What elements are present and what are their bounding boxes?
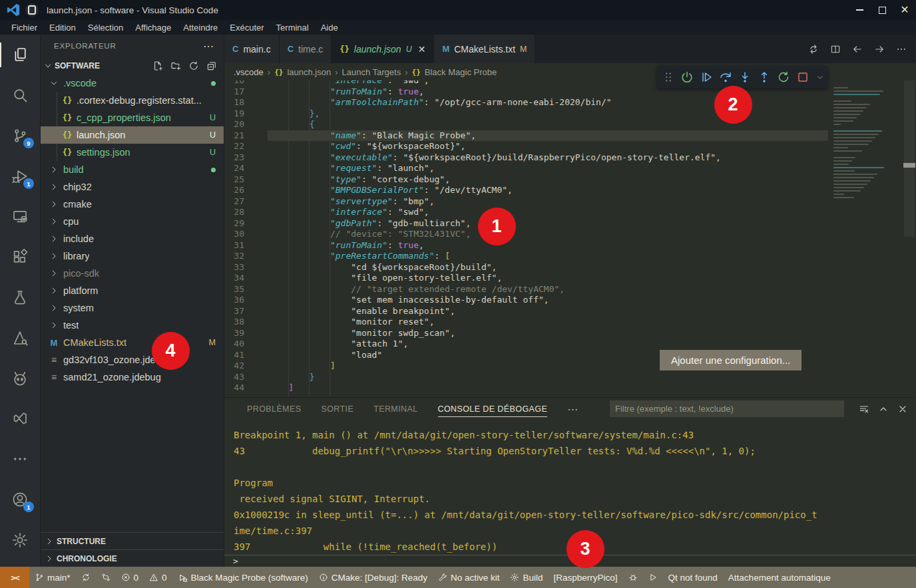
tree-item-include[interactable]: include bbox=[41, 230, 224, 247]
code-line-36[interactable]: 36 "set mem inaccessible-by-default off"… bbox=[224, 295, 916, 306]
activity-cmake-icon[interactable] bbox=[0, 321, 40, 354]
activity-more-icon[interactable] bbox=[0, 443, 40, 476]
code-line-27[interactable]: 27 "servertype": "bmp", bbox=[224, 196, 916, 208]
breadcrumb-item[interactable]: Black Magic Probe bbox=[425, 67, 497, 77]
menu-executer[interactable]: Exécuter bbox=[224, 23, 270, 33]
tree-item-cpu[interactable]: cpu bbox=[41, 213, 224, 230]
tab-main-c[interactable]: Cmain.c bbox=[224, 35, 280, 63]
close-tab-icon[interactable]: ✕ bbox=[418, 44, 426, 55]
power-icon[interactable] bbox=[680, 70, 694, 84]
activity-run-debug-icon[interactable]: 1 bbox=[0, 160, 40, 192]
remote-indicator[interactable]: >< bbox=[0, 567, 29, 588]
activity-search-icon[interactable] bbox=[0, 79, 40, 112]
activity-settings-gear-icon[interactable] bbox=[0, 523, 40, 556]
close-button[interactable]: ✕ bbox=[893, 0, 916, 20]
activity-extensions-icon[interactable] bbox=[0, 241, 40, 273]
code-line-34[interactable]: 34 "file open-story-teller.elf", bbox=[224, 273, 916, 284]
code-line-28[interactable]: 28 "interface": "swd", bbox=[224, 207, 916, 218]
tree-item-c-cpp-properties-json[interactable]: {}c_cpp_properties.jsonU bbox=[41, 109, 224, 126]
code-line-22[interactable]: 22 "cwd": "${workspaceRoot}", bbox=[224, 141, 916, 152]
chevron-up-icon[interactable] bbox=[878, 404, 889, 414]
tree-item--vscode[interactable]: .vscode bbox=[41, 74, 224, 92]
code-line-43[interactable]: 43 } bbox=[224, 372, 916, 383]
activity-explorer-icon[interactable] bbox=[0, 39, 40, 71]
grip-icon[interactable] bbox=[662, 70, 674, 84]
maximize-button[interactable] bbox=[871, 0, 893, 20]
tree-item-cmakelists-txt[interactable]: MCMakeLists.txtM bbox=[41, 334, 224, 351]
panel-tab-console-de-debogage[interactable]: CONSOLE DE DÉBOGAGE bbox=[438, 398, 548, 420]
status-cmake-debug-ready[interactable]: CMake: [Debug]: Ready bbox=[314, 567, 433, 588]
step-into-icon[interactable] bbox=[738, 70, 752, 84]
ellipsis-icon[interactable] bbox=[896, 44, 907, 55]
activity-remote-explorer-icon[interactable] bbox=[0, 200, 40, 233]
tree-item--cortex-debug-registers-stat-[interactable]: {}.cortex-debug.registers.stat... bbox=[41, 92, 224, 109]
tree-item-platform[interactable]: platform bbox=[41, 282, 224, 299]
split-editor-icon[interactable] bbox=[830, 44, 841, 55]
minimize-button[interactable] bbox=[848, 0, 871, 20]
code-editor[interactable]: 16 "interface": "swd",17 "runToMain": tr… bbox=[224, 80, 916, 397]
views-more-icon[interactable]: ⋯ bbox=[203, 40, 214, 53]
activity-alien-icon[interactable] bbox=[0, 362, 40, 394]
tree-item-cmake[interactable]: cmake bbox=[41, 196, 224, 213]
status-0[interactable]: 0 bbox=[116, 567, 144, 588]
tab-time-c[interactable]: Ctime.c bbox=[280, 35, 332, 63]
status-compare-icon[interactable] bbox=[96, 567, 116, 588]
code-line-39[interactable]: 39 "monitor swdp_scan", bbox=[224, 328, 916, 339]
activity-vs-icon[interactable] bbox=[0, 402, 40, 435]
code-line-40[interactable]: 40 "attach 1", bbox=[224, 339, 916, 350]
scrollbar-thumb[interactable] bbox=[904, 80, 915, 237]
tree-item-pico-sdk[interactable]: pico-sdk bbox=[41, 265, 224, 282]
breadcrumb-item[interactable]: .vscode bbox=[234, 67, 264, 77]
continue-icon[interactable] bbox=[700, 70, 713, 84]
code-line-23[interactable]: 23 "executable": "${workspaceRoot}/build… bbox=[224, 152, 916, 164]
section-structure[interactable]: STRUCTURE bbox=[41, 532, 224, 549]
tree-item-samd21-ozone-jdebug[interactable]: ≡samd21_ozone.jdebug bbox=[41, 368, 224, 386]
status-no-active-kit[interactable]: No active kit bbox=[433, 567, 505, 588]
code-line-41[interactable]: 41 "load" bbox=[224, 350, 916, 361]
status-sync-icon[interactable] bbox=[76, 567, 96, 588]
code-line-20[interactable]: 20 { bbox=[224, 119, 916, 130]
activity-source-control-icon[interactable]: 9 bbox=[0, 120, 40, 152]
menu-aide[interactable]: Aide bbox=[315, 23, 344, 33]
debug-console-filter-input[interactable] bbox=[610, 400, 844, 417]
tree-item-chip32[interactable]: chip32 bbox=[41, 178, 224, 196]
new-file-icon[interactable] bbox=[152, 61, 163, 71]
code-line-32[interactable]: 32 "preRestartCommands": [ bbox=[224, 251, 916, 262]
minimap[interactable] bbox=[828, 80, 903, 397]
section-chronologie[interactable]: CHRONOLOGIE bbox=[41, 549, 224, 567]
workspace-section-header[interactable]: SOFTWARE bbox=[41, 57, 224, 74]
panel-more-icon[interactable]: ⋯ bbox=[567, 403, 578, 416]
arrow-left-icon[interactable] bbox=[852, 44, 863, 55]
panel-tab-terminal[interactable]: TERMINAL bbox=[373, 398, 417, 420]
breadcrumb-item[interactable]: Launch Targets bbox=[342, 67, 401, 77]
menu-selection[interactable]: Sélection bbox=[82, 23, 129, 33]
menu-terminal[interactable]: Terminal bbox=[270, 23, 315, 33]
code-line-44[interactable]: 44 ] bbox=[224, 382, 916, 394]
collapse-all-icon[interactable] bbox=[206, 61, 217, 71]
status-attachement-automatique[interactable]: Attachement automatique bbox=[723, 567, 836, 588]
add-configuration-button[interactable]: Ajouter une configuration... bbox=[660, 350, 802, 370]
arrow-right-icon[interactable] bbox=[874, 44, 885, 55]
tree-item-gd32vf103-ozone-jdebug[interactable]: ≡gd32vf103_ozone.jdebug bbox=[41, 351, 224, 368]
code-line-25[interactable]: 25 "type": "cortex-debug", bbox=[224, 174, 916, 186]
step-out-icon[interactable] bbox=[758, 70, 771, 84]
code-line-35[interactable]: 35 // "target extended-remote /dev/ttyAC… bbox=[224, 284, 916, 295]
status-0[interactable]: 0 bbox=[144, 567, 172, 588]
status-play-icon[interactable] bbox=[643, 567, 663, 588]
step-over-icon[interactable] bbox=[719, 70, 732, 84]
code-line-31[interactable]: 31 "runToMain": true, bbox=[224, 240, 916, 251]
tree-item-library[interactable]: library bbox=[41, 247, 224, 265]
breadcrumb-item[interactable]: launch.json bbox=[287, 67, 331, 77]
tree-item-build[interactable]: build bbox=[41, 161, 224, 178]
status-build[interactable]: Build bbox=[505, 567, 548, 588]
code-line-42[interactable]: 42 ] bbox=[224, 361, 916, 372]
code-line-19[interactable]: 19 }, bbox=[224, 108, 916, 120]
code-line-29[interactable]: 29 "gdbPath": "gdb-multiarch", bbox=[224, 218, 916, 229]
clear-console-icon[interactable] bbox=[859, 404, 869, 414]
code-line-24[interactable]: 24 "request": "launch", bbox=[224, 163, 916, 174]
stop-icon[interactable] bbox=[796, 70, 809, 84]
tree-item-launch-json[interactable]: {}launch.jsonU bbox=[41, 126, 224, 144]
panel-tab-problemes[interactable]: PROBLÈMES bbox=[247, 398, 301, 420]
code-line-18[interactable]: 18 "armToolchainPath": "/opt/gcc-arm-non… bbox=[224, 97, 916, 108]
menu-edition[interactable]: Edition bbox=[43, 23, 82, 33]
